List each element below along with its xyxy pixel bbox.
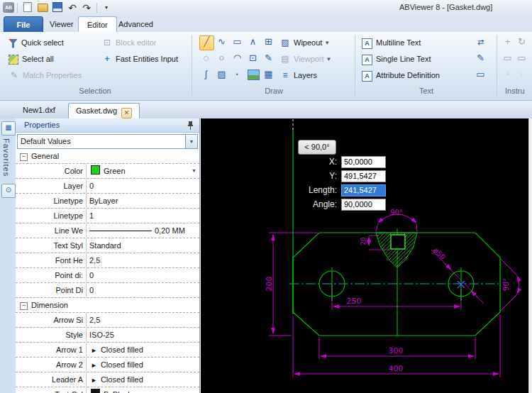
quick-select-button[interactable]: Quick select xyxy=(9,35,64,50)
hatch-tool-button[interactable]: ▨ xyxy=(215,68,228,82)
sketch-tool-button[interactable]: ∿ xyxy=(215,35,228,49)
property-value[interactable]: ISO-25 xyxy=(89,328,198,342)
panel-tab-bookmarks[interactable]: ▦ xyxy=(1,121,16,135)
customize-toolbar-caret-icon[interactable]: ▾ xyxy=(100,2,113,13)
property-value[interactable]: ►Closed filled xyxy=(89,358,198,372)
preset-dropdown[interactable]: Default Values ▼ xyxy=(17,134,198,149)
fast-entities-input-button[interactable]: +Fast Entities Input xyxy=(101,52,178,66)
doc-tab-gasket[interactable]: Gasket.dwg✕ xyxy=(68,103,140,118)
table-insert-button[interactable]: ▦ xyxy=(262,68,275,82)
new-file-button[interactable] xyxy=(21,2,34,13)
property-value[interactable]: ►Closed filled xyxy=(89,372,198,387)
line-tool-button[interactable]: ╱ xyxy=(199,35,214,50)
trim-tool-button[interactable]: ▫ xyxy=(501,68,514,82)
rotate-tool-button[interactable]: ↻ xyxy=(515,35,528,49)
property-row: Line We0,20 MM xyxy=(16,223,199,238)
separator xyxy=(96,3,97,13)
move-tool-button[interactable]: + xyxy=(501,35,514,49)
chevron-down-icon[interactable]: ▼ xyxy=(324,40,330,46)
dim-height: 200 xyxy=(265,277,274,292)
chevron-down-icon[interactable]: ▼ xyxy=(185,135,197,148)
close-icon[interactable]: ✕ xyxy=(121,108,132,118)
tab-viewer[interactable]: Viewer xyxy=(41,16,82,32)
select-all-button[interactable]: Select all xyxy=(9,52,54,66)
copy-entities-button[interactable]: ⊡ xyxy=(246,52,260,65)
property-value[interactable]: 0 xyxy=(89,179,198,193)
match-properties-button[interactable]: ✎Match Properties xyxy=(9,68,82,82)
panel-tab-structure[interactable]: ⊙ xyxy=(1,184,16,198)
tab-file[interactable]: File xyxy=(4,16,43,33)
value-text: Closed filled xyxy=(101,345,143,354)
pin-icon[interactable] xyxy=(187,121,194,134)
ellipse-tool-button[interactable]: ○ xyxy=(215,52,228,65)
spline-tool-button[interactable]: ∫ xyxy=(199,68,213,82)
single-line-text-button[interactable]: ASingle Line Text xyxy=(362,52,431,66)
property-value[interactable]: Green▼ xyxy=(89,164,198,178)
app-icon[interactable]: AB xyxy=(3,2,14,13)
coord-field-row: Angle:90,0000 xyxy=(293,199,386,211)
save-button[interactable] xyxy=(51,2,64,13)
chevron-down-icon[interactable]: ▼ xyxy=(192,164,196,178)
align-tool-button[interactable]: ▭ xyxy=(501,52,514,65)
tab-advanced[interactable]: Advanced xyxy=(110,16,162,32)
property-value[interactable]: ByBlock xyxy=(89,387,198,393)
image-insert-button[interactable] xyxy=(248,70,260,80)
doc-tab-new1[interactable]: New1.dxf xyxy=(16,103,62,118)
collapse-icon[interactable]: − xyxy=(20,153,28,161)
value-text: Closed filled xyxy=(101,360,143,369)
text-find-button[interactable]: ⇄ xyxy=(474,35,487,49)
properties-title: Properties xyxy=(24,121,60,129)
arc-tool-button[interactable]: ◠ xyxy=(231,52,244,65)
chevron-down-icon[interactable]: ▼ xyxy=(326,56,332,62)
funnel-icon xyxy=(9,39,18,48)
property-section-row: −General xyxy=(16,149,199,164)
coord-input[interactable]: 241,5427 xyxy=(341,184,386,196)
attribute-definition-button[interactable]: AAttribute Definition xyxy=(362,68,440,82)
property-section-row: −Dimension xyxy=(16,298,199,313)
redo-button[interactable]: ↷ xyxy=(80,2,93,13)
favorites-tab-label[interactable]: Favorites xyxy=(2,138,11,177)
viewport-button[interactable]: ▤Viewport▼ xyxy=(279,52,332,66)
open-file-button[interactable] xyxy=(36,2,49,13)
pencil-icon: ✎ xyxy=(9,70,20,81)
window-icon: ▦ xyxy=(3,122,14,133)
layers-button[interactable]: ≡Layers xyxy=(279,68,317,82)
property-value[interactable]: 2,5 xyxy=(89,253,198,267)
coord-input[interactable]: 491,5427 xyxy=(341,170,386,182)
circle-tool-button[interactable]: ◌ xyxy=(199,52,213,65)
collapse-icon[interactable]: − xyxy=(20,302,28,310)
edit-attribute-button[interactable]: ▭ xyxy=(474,68,487,82)
scale-tool-button[interactable]: ▨ xyxy=(529,35,532,49)
fillet-tool-button[interactable]: ◠ xyxy=(529,68,532,82)
property-value[interactable]: 1 xyxy=(89,209,198,223)
property-value[interactable]: 0 xyxy=(89,283,198,297)
pen-tool-button[interactable]: ✎ xyxy=(262,52,275,65)
page-icon xyxy=(23,2,32,12)
property-value[interactable]: ►Closed filled xyxy=(89,343,198,357)
property-value[interactable]: 2,5 xyxy=(89,313,198,327)
point-tool-button[interactable]: ▪ xyxy=(231,68,244,82)
property-label: Layer xyxy=(16,179,87,193)
wipeout-button[interactable]: ▨Wipeout▼ xyxy=(279,35,330,50)
abviewer-window: AB ↶ ↷ ▾ ABViewer 8 - [Gasket.dwg] File … xyxy=(0,0,532,393)
property-value[interactable]: ByLayer xyxy=(89,194,198,208)
multiline-text-icon: A xyxy=(362,38,372,49)
property-value[interactable]: 0 xyxy=(89,268,198,282)
property-value[interactable]: Standard xyxy=(89,238,198,253)
pick-tool-button[interactable]: ➤ xyxy=(529,52,532,65)
coord-input[interactable]: 50,0000 xyxy=(341,156,386,168)
polyline-tool-button[interactable]: ∧ xyxy=(246,35,260,49)
coord-field-row: X:50,0000 xyxy=(293,156,386,168)
undo-button[interactable]: ↶ xyxy=(66,2,79,13)
coord-input[interactable]: 90,0000 xyxy=(341,199,386,211)
extend-tool-button[interactable]: ▫ xyxy=(515,68,528,82)
multiline-text-button[interactable]: AMultiline Text xyxy=(362,35,421,50)
stretch-tool-button[interactable]: ▭ xyxy=(515,52,528,65)
edit-text-button[interactable]: ✎ xyxy=(474,52,487,65)
rectangle-tool-button[interactable]: ▭ xyxy=(231,35,244,49)
block-insert-button[interactable]: ⊞ xyxy=(262,35,275,49)
property-row: Point di:0 xyxy=(16,268,199,283)
block-editor-button[interactable]: ⊡Block editor xyxy=(101,35,156,50)
property-value[interactable]: 0,20 MM xyxy=(89,223,198,238)
drawing-canvas[interactable]: 200 250 300 400 90° 20 ø50 90° xyxy=(201,118,528,393)
